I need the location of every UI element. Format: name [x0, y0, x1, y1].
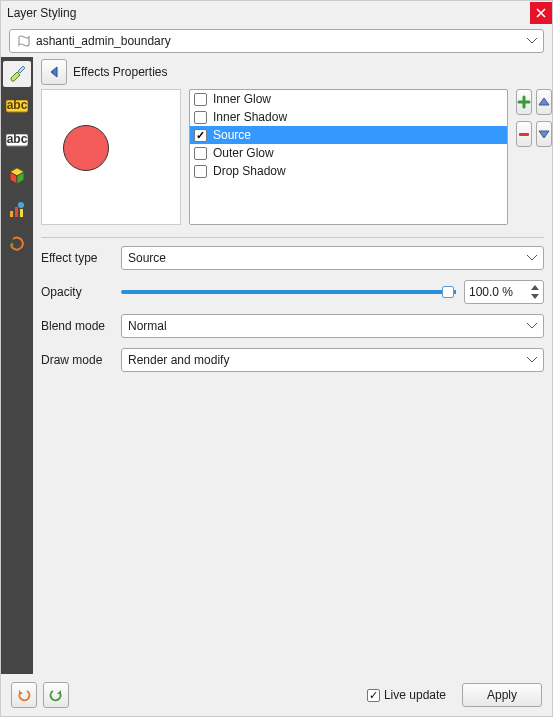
- blend-mode-value: Normal: [128, 319, 167, 333]
- titlebar: Layer Styling: [1, 1, 552, 25]
- redo-button[interactable]: [43, 682, 69, 708]
- svg-rect-6: [20, 209, 23, 217]
- tab-symbology[interactable]: [3, 61, 31, 87]
- style-tabs-sidebar: abc abc: [1, 57, 33, 674]
- abc-white-icon: abc: [6, 134, 28, 150]
- blend-mode-select[interactable]: Normal: [121, 314, 544, 338]
- effect-row-inner-glow[interactable]: Inner Glow: [190, 90, 507, 108]
- divider: [41, 237, 544, 238]
- checkbox[interactable]: [194, 111, 207, 124]
- cube-icon: [7, 166, 27, 186]
- effect-type-select[interactable]: Source: [121, 246, 544, 270]
- effect-row-drop-shadow[interactable]: Drop Shadow: [190, 162, 507, 180]
- redo-icon: [48, 687, 64, 703]
- effect-row-outer-glow[interactable]: Outer Glow: [190, 144, 507, 162]
- effects-list[interactable]: Inner Glow Inner Shadow Source Outer Glo…: [189, 89, 508, 225]
- svg-rect-5: [15, 207, 18, 217]
- move-down-button[interactable]: [536, 121, 552, 147]
- effect-label: Inner Shadow: [213, 110, 287, 124]
- abc-yellow-icon: abc: [6, 100, 28, 116]
- dropdown-caret-icon: [527, 255, 537, 261]
- down-icon: [537, 127, 551, 141]
- effect-list-buttons: [516, 89, 544, 225]
- spin-up-icon: [531, 285, 539, 290]
- tab-labels-abc-white[interactable]: abc: [3, 129, 31, 155]
- effect-label: Drop Shadow: [213, 164, 286, 178]
- close-button[interactable]: [530, 2, 552, 24]
- effect-type-value: Source: [128, 251, 166, 265]
- effect-label: Source: [213, 128, 251, 142]
- opacity-spinbox[interactable]: 100.0 %: [464, 280, 544, 304]
- svg-rect-4: [10, 211, 13, 217]
- slider-thumb[interactable]: [442, 286, 454, 298]
- blend-mode-label: Blend mode: [41, 319, 113, 333]
- history-icon: [8, 235, 26, 253]
- draw-mode-value: Render and modify: [128, 353, 229, 367]
- back-button[interactable]: [41, 59, 67, 85]
- svg-text:abc: abc: [7, 134, 28, 146]
- tab-diagrams[interactable]: [3, 197, 31, 223]
- svg-rect-8: [519, 133, 529, 136]
- spin-down-icon: [531, 294, 539, 299]
- checkbox[interactable]: [194, 147, 207, 160]
- apply-button[interactable]: Apply: [462, 683, 542, 707]
- checkbox[interactable]: [194, 129, 207, 142]
- effect-row-source[interactable]: Source: [190, 126, 507, 144]
- move-up-button[interactable]: [536, 89, 552, 115]
- tab-history[interactable]: [3, 231, 31, 257]
- checkbox-checked-icon: [367, 689, 380, 702]
- effect-row-inner-shadow[interactable]: Inner Shadow: [190, 108, 507, 126]
- tab-labels-abc-yellow[interactable]: abc: [3, 95, 31, 121]
- layer-icon: [16, 34, 32, 48]
- draw-mode-label: Draw mode: [41, 353, 113, 367]
- panel-title: Layer Styling: [7, 6, 76, 20]
- dropdown-caret-icon: [527, 357, 537, 363]
- back-arrow-icon: [47, 65, 61, 79]
- opacity-label: Opacity: [41, 285, 113, 299]
- undo-button[interactable]: [11, 682, 37, 708]
- tab-3d-view[interactable]: [3, 163, 31, 189]
- live-update-checkbox[interactable]: Live update: [367, 688, 446, 702]
- effect-label: Inner Glow: [213, 92, 271, 106]
- draw-mode-select[interactable]: Render and modify: [121, 348, 544, 372]
- section-title: Effects Properties: [73, 65, 168, 79]
- dropdown-caret-icon: [527, 323, 537, 329]
- layer-name: ashanti_admin_boundary: [36, 34, 171, 48]
- add-effect-button[interactable]: [516, 89, 532, 115]
- brush-icon: [7, 64, 27, 84]
- footer: Live update Apply: [1, 674, 552, 716]
- opacity-value: 100.0 %: [469, 285, 513, 299]
- undo-icon: [16, 687, 32, 703]
- remove-effect-button[interactable]: [516, 121, 532, 147]
- svg-text:abc: abc: [7, 100, 28, 112]
- effect-type-label: Effect type: [41, 251, 113, 265]
- close-icon: [536, 8, 546, 18]
- svg-point-7: [18, 202, 24, 208]
- opacity-slider[interactable]: [121, 282, 456, 302]
- checkbox[interactable]: [194, 93, 207, 106]
- slider-track: [121, 290, 456, 294]
- up-icon: [537, 95, 551, 109]
- plus-icon: [517, 95, 531, 109]
- effect-preview: [41, 89, 181, 225]
- effect-label: Outer Glow: [213, 146, 274, 160]
- live-update-label: Live update: [384, 688, 446, 702]
- chart-icon: [7, 200, 27, 220]
- checkbox[interactable]: [194, 165, 207, 178]
- preview-symbol: [63, 125, 109, 171]
- spinbox-arrows[interactable]: [531, 283, 539, 301]
- layer-selector-bar: ashanti_admin_boundary: [1, 25, 552, 57]
- dropdown-caret-icon: [527, 38, 537, 44]
- minus-icon: [517, 127, 531, 141]
- layer-selector[interactable]: ashanti_admin_boundary: [9, 29, 544, 53]
